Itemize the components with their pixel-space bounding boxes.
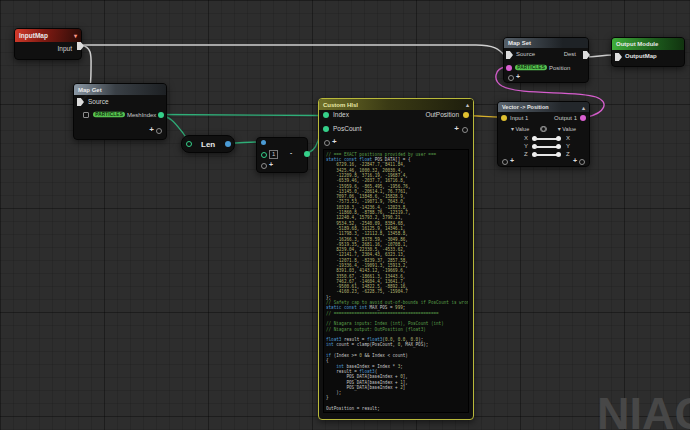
node-title: Custom Hlsl: [323, 102, 358, 108]
add-pin-button[interactable]: +: [149, 126, 154, 134]
pin-label-position: Position: [549, 65, 570, 71]
z-right-pin[interactable]: [556, 152, 561, 157]
add-pin-socket[interactable]: [579, 159, 585, 165]
subtract-operator: -: [290, 149, 292, 156]
component-label-z: Z: [566, 151, 570, 157]
len-output-pin[interactable]: [225, 141, 231, 147]
pin-label-meshindex: MeshIndex: [127, 112, 156, 118]
pin-label-input: Input: [58, 45, 72, 52]
node-custom-hlsl[interactable]: Custom Hlsl ▴ Index OutPosition PosCount…: [318, 98, 474, 420]
add-pin-button[interactable]: +: [269, 161, 273, 169]
node-input-map[interactable]: InputMap ▾ Input: [14, 28, 82, 60]
add-pin-socket[interactable]: [156, 128, 162, 134]
chevron-down-icon[interactable]: ▾: [558, 126, 561, 132]
value-dropdown-right: ▾ Value: [558, 125, 576, 132]
collapse-node-icon[interactable]: ▴: [582, 104, 585, 111]
value-right-socket[interactable]: [541, 126, 547, 132]
position-input-pin[interactable]: [506, 65, 512, 71]
pin-label-source: Source: [516, 51, 535, 57]
node-output-module[interactable]: Output Module OutputMap: [611, 37, 685, 67]
pin-label-dest: Dest: [564, 51, 576, 57]
subtract-b-value[interactable]: 1: [269, 150, 278, 159]
meshindex-output-pin[interactable]: [158, 112, 164, 118]
collapse-node-icon[interactable]: ▴: [466, 101, 469, 108]
niagara-watermark: NIAGA: [597, 388, 690, 430]
len-input-pin[interactable]: [186, 141, 192, 147]
add-pin-button[interactable]: +: [573, 157, 577, 165]
node-title: Len: [201, 140, 215, 149]
wire-meshindex-to-index[interactable]: [160, 115, 321, 116]
output1-pin[interactable]: [580, 115, 586, 121]
node-map-get[interactable]: Map Get Source PARTICLES MeshIndex +: [73, 83, 167, 140]
node-title: Output Module: [616, 41, 658, 47]
pin-label-outposition: OutPosition: [425, 111, 459, 118]
component-label-z: Z: [524, 151, 528, 157]
node-subtract[interactable]: 1 - +: [256, 137, 308, 173]
outposition-output-pin[interactable]: [463, 112, 469, 118]
component-label-y: Y: [524, 143, 528, 149]
namespace-badge: PARTICLES: [515, 65, 547, 70]
source-input-pin[interactable]: [77, 98, 84, 106]
add-pin-button[interactable]: +: [454, 125, 459, 133]
x-link: [535, 138, 558, 140]
input-output-pin[interactable]: [77, 42, 84, 50]
node-vector-to-position[interactable]: Vector -> Position ▴ Input 1 Output 1 ▾ …: [497, 101, 590, 167]
add-pin-button[interactable]: +: [516, 73, 520, 81]
index-input-pin[interactable]: [323, 112, 329, 118]
chevron-down-icon[interactable]: ▾: [74, 32, 77, 39]
hlsl-code: // === EXACT positions provided by user …: [324, 150, 469, 413]
component-label-x: X: [566, 135, 570, 141]
dest-output-pin[interactable]: [583, 51, 590, 59]
node-title: Vector -> Position: [502, 104, 549, 110]
pin-label-index: Index: [333, 111, 349, 118]
param-type-icon[interactable]: [83, 112, 89, 118]
add-pin-socket[interactable]: [462, 127, 468, 133]
subtract-a-pin[interactable]: [261, 140, 266, 145]
component-label-y: Y: [566, 143, 570, 149]
node-title: Map Set: [508, 40, 531, 46]
value-dropdown-left: ▾ Value: [511, 125, 529, 132]
subtract-output-pin[interactable]: [304, 151, 310, 157]
y-right-pin[interactable]: [556, 144, 561, 149]
add-pin-button[interactable]: +: [332, 138, 337, 146]
add-pin-socket[interactable]: [502, 159, 508, 165]
add-pin-socket[interactable]: [508, 75, 514, 81]
source-input-pin[interactable]: [506, 51, 513, 59]
z-link: [535, 154, 558, 156]
namespace-badge: PARTICLES: [93, 112, 125, 117]
add-pin-socket[interactable]: [261, 163, 267, 169]
y-link: [535, 146, 558, 148]
input1-pin[interactable]: [501, 115, 507, 121]
node-map-set[interactable]: Map Set Source Dest PARTICLES Position +: [503, 37, 589, 83]
chevron-down-icon[interactable]: ▾: [511, 126, 514, 132]
pin-label-input1: Input 1: [510, 115, 528, 121]
node-len[interactable]: Len: [181, 135, 235, 153]
node-title: InputMap: [19, 32, 48, 39]
add-pin-button[interactable]: +: [510, 157, 514, 165]
pin-label-outputmap: OutputMap: [625, 53, 657, 59]
wire-input-to-mapset-source[interactable]: [81, 45, 505, 56]
pin-label-output1: Output 1: [554, 115, 577, 121]
pin-label-poscount: PosCount: [333, 125, 362, 132]
pin-label-source: Source: [88, 98, 109, 105]
component-label-x: X: [524, 135, 528, 141]
node-title: Map Get: [78, 87, 102, 93]
poscount-input-pin[interactable]: [323, 126, 329, 132]
niagara-graph-canvas[interactable]: InputMap ▾ Input Map Get Source PARTICLE…: [0, 0, 690, 430]
hlsl-code-editor[interactable]: // === EXACT positions provided by user …: [323, 149, 469, 413]
outputmap-input-pin[interactable]: [615, 53, 622, 61]
subtract-b-pin[interactable]: [261, 152, 267, 158]
add-pin-socket[interactable]: [324, 140, 330, 146]
x-right-pin[interactable]: [556, 136, 561, 141]
